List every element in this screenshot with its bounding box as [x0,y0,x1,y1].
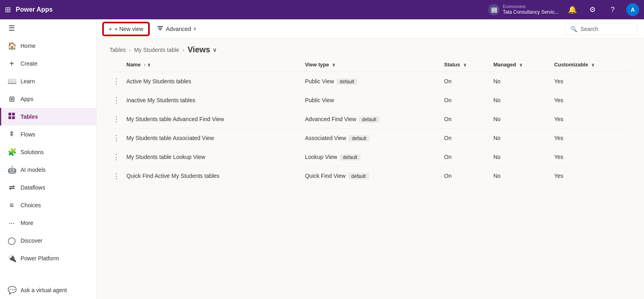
power-platform-icon: 🔌 [8,254,16,263]
breadcrumb-tables[interactable]: Tables [109,47,126,53]
col-customizable-label: Customizable [554,62,588,68]
sidebar-label-apps: Apps [21,96,33,102]
sidebar-item-more[interactable]: ··· More [0,214,96,232]
view-type-badge: default [349,135,369,142]
row-managed: No [490,72,551,91]
solutions-icon: 🧩 [8,148,16,157]
sidebar-item-flows[interactable]: Flows [0,126,96,143]
breadcrumb-sep1: › [129,47,131,53]
tables-icon [8,112,16,122]
col-managed-filter[interactable]: ∨ [519,62,522,67]
sidebar-item-ask-virtual-agent[interactable]: 💬 Ask a virtual agent [0,281,96,299]
new-view-label: + New view [114,26,143,32]
row-managed: No [490,129,551,148]
svg-rect-1 [12,113,15,115]
help-icon[interactable]: ? [606,3,619,16]
row-name: Quick Find Active My Students tables [123,167,302,186]
row-status: On [441,148,490,167]
environment-icon: 🏢 [488,4,500,15]
row-name: Inactive My Students tables [123,91,302,110]
table-row: ⋮Inactive My Students tablesPublic ViewO… [109,91,631,110]
row-name: My Students table Associated View [123,129,302,148]
avatar[interactable]: A [626,3,639,16]
row-actions[interactable]: ⋮ [109,129,123,148]
col-managed-label: Managed [493,62,516,68]
sidebar-label-dataflows: Dataflows [21,184,45,191]
col-name-sort-down[interactable]: ∨ [147,62,151,67]
col-viewtype-label: View type [305,62,329,68]
svg-rect-4 [157,26,163,27]
sidebar-item-ai-models[interactable]: 🤖 AI models [0,161,96,179]
col-customizable-filter[interactable]: ∨ [591,62,594,67]
row-actions[interactable]: ⋮ [109,110,123,129]
row-actions[interactable]: ⋮ [109,167,123,186]
environment-label: Environment [503,4,559,9]
row-actions[interactable]: ⋮ [109,148,123,167]
sidebar-item-home[interactable]: 🏠 Home [0,37,96,55]
row-view-type: Associated Viewdefault [302,129,441,148]
grid-icon[interactable]: ⊞ [5,5,11,14]
sidebar-item-tables[interactable]: Tables [0,108,96,126]
row-status: On [441,91,490,110]
sidebar-item-discover[interactable]: ◯ Discover [0,232,96,250]
sidebar-label-tables: Tables [21,113,38,120]
sidebar-item-apps[interactable]: ⊞ Apps [0,90,96,108]
row-customizable: Yes [551,72,631,91]
breadcrumb-sep2: › [182,47,184,53]
sidebar-item-learn[interactable]: 📖 Learn [0,72,96,90]
row-view-type: Advanced Find Viewdefault [302,110,441,129]
environment-name: Tata Consultancy Servic... [503,9,559,15]
views-table: Name ↑ ∨ View type ∨ Status ∨ [109,58,631,186]
content-area: + + New view Advanced ∨ 🔍 Search Tables … [97,19,644,299]
col-name-sort-up[interactable]: ↑ [144,62,146,67]
svg-rect-6 [159,29,161,30]
breadcrumb-views-label: Views [188,45,210,54]
bell-icon[interactable]: 🔔 [566,3,579,16]
row-name: Active My Students tables [123,72,302,91]
topbar-right: 🏢 Environment Tata Consultancy Servic...… [488,3,639,16]
search-box[interactable]: 🔍 Search [565,23,638,35]
col-viewtype-header: View type ∨ [302,58,441,72]
row-actions[interactable]: ⋮ [109,91,123,110]
table-row: ⋮Active My Students tablesPublic Viewdef… [109,72,631,91]
new-view-button[interactable]: + + New view [103,23,149,35]
breadcrumb-views: Views ∨ [188,45,217,54]
row-customizable: Yes [551,167,631,186]
col-customizable-header: Customizable ∨ [551,58,631,72]
sidebar-item-create[interactable]: + Create [0,55,96,72]
sidebar-label-discover: Discover [21,237,42,244]
table-row: ⋮My Students table Lookup ViewLookup Vie… [109,148,631,167]
sidebar-item-choices[interactable]: ≡ Choices [0,196,96,214]
sidebar-item-dataflows[interactable]: ⇌ Dataflows [0,179,96,196]
sidebar-item-solutions[interactable]: 🧩 Solutions [0,143,96,161]
home-icon: 🏠 [8,41,16,50]
col-viewtype-filter[interactable]: ∨ [332,62,335,67]
row-view-type: Lookup Viewdefault [302,148,441,167]
breadcrumb-dropdown-icon[interactable]: ∨ [213,47,217,53]
sidebar-collapse[interactable]: ☰ [0,19,96,37]
hamburger-icon: ☰ [8,24,16,33]
view-type-badge: default [340,154,361,161]
row-customizable: Yes [551,91,631,110]
environment-info[interactable]: 🏢 Environment Tata Consultancy Servic... [488,4,559,15]
learn-icon: 📖 [8,77,16,86]
row-customizable: Yes [551,148,631,167]
main-layout: ☰ 🏠 Home + Create 📖 Learn ⊞ Apps Tables [0,19,644,299]
col-actions-header [109,58,123,72]
sidebar-label-choices: Choices [21,202,41,208]
table-row: ⋮My Students table Associated ViewAssoci… [109,129,631,148]
search-icon: 🔍 [570,26,577,32]
settings-icon[interactable]: ⚙ [586,3,599,16]
row-managed: No [490,110,551,129]
breadcrumb-table-name[interactable]: My Students table [134,47,179,53]
row-customizable: Yes [551,110,631,129]
topbar: ⊞ Power Apps 🏢 Environment Tata Consulta… [0,0,644,19]
sidebar-item-power-platform[interactable]: 🔌 Power Platform [0,250,96,267]
row-actions[interactable]: ⋮ [109,72,123,91]
advanced-button[interactable]: Advanced ∨ [152,23,201,35]
choices-icon: ≡ [8,201,16,210]
row-customizable: Yes [551,129,631,148]
view-type-badge: default [348,173,369,179]
col-status-filter[interactable]: ∨ [463,62,466,67]
more-icon: ··· [8,219,16,227]
